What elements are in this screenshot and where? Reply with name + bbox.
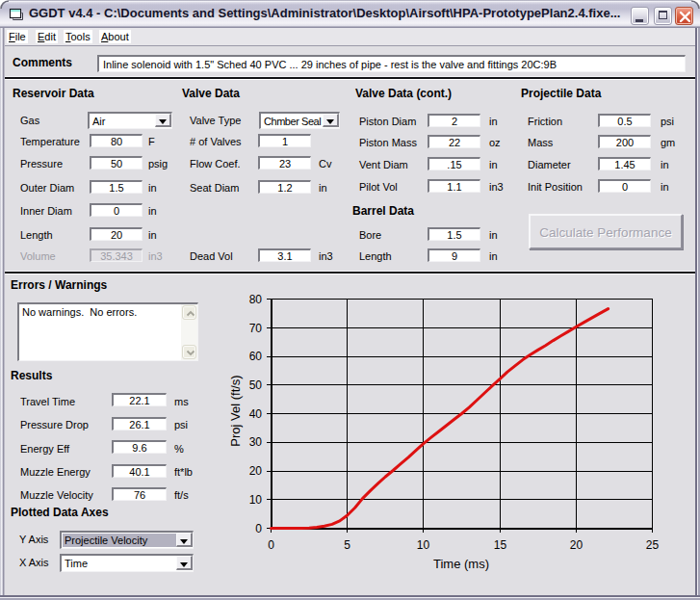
svg-text:25: 25: [646, 538, 660, 552]
svg-text:10: 10: [249, 493, 263, 507]
svg-text:0: 0: [268, 538, 274, 552]
svg-text:0: 0: [255, 522, 262, 535]
svg-text:80: 80: [249, 293, 263, 306]
svg-text:10: 10: [417, 538, 430, 552]
svg-text:15: 15: [494, 538, 507, 552]
svg-text:40: 40: [249, 407, 263, 421]
svg-text:20: 20: [570, 538, 583, 552]
svg-text:Time (ms): Time (ms): [433, 557, 489, 571]
svg-text:Proj Vel (ft/s): Proj Vel (ft/s): [228, 375, 243, 446]
svg-text:5: 5: [344, 538, 350, 552]
svg-text:70: 70: [249, 322, 263, 335]
svg-text:20: 20: [249, 464, 263, 478]
svg-text:50: 50: [249, 378, 263, 392]
svg-text:60: 60: [249, 350, 263, 363]
svg-text:30: 30: [249, 435, 263, 449]
